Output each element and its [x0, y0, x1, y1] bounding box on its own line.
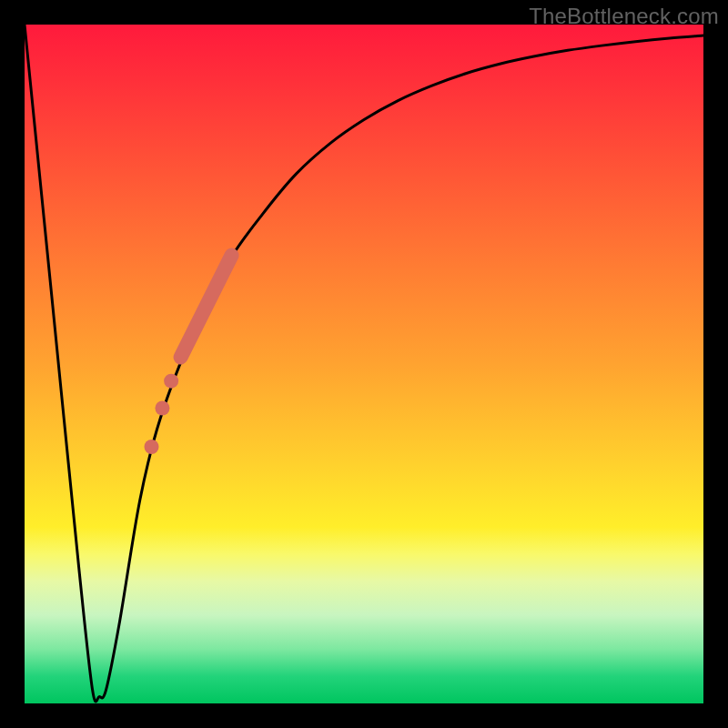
marker-dot-3 [145, 440, 159, 454]
marker-dot-2 [155, 400, 169, 415]
marker-dot-1 [164, 374, 178, 389]
chart-svg [25, 25, 703, 703]
marker-thick-segment [181, 256, 232, 358]
watermark-text: TheBottleneck.com [529, 4, 719, 29]
chart-plot-area [25, 25, 703, 703]
chart-frame: TheBottleneck.com [0, 0, 728, 728]
bottleneck-curve-path [25, 25, 703, 702]
